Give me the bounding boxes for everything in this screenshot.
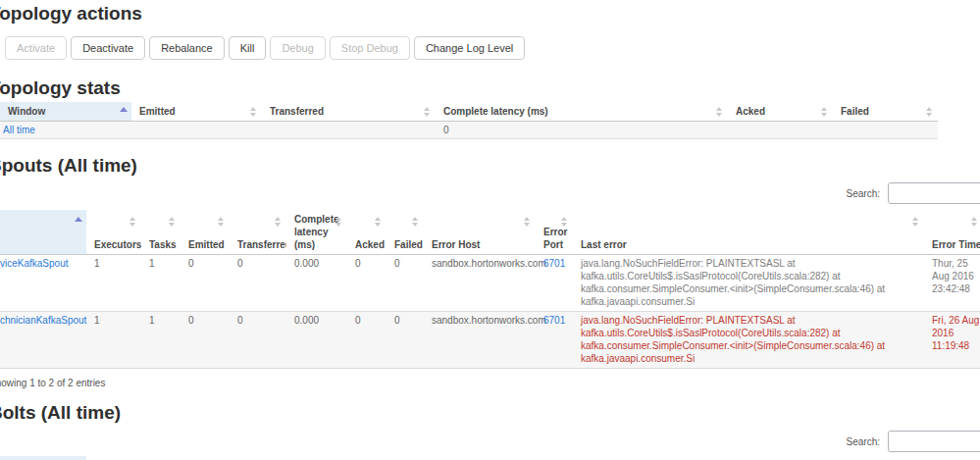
- spout-id-link[interactable]: chnicianKafkaSpout: [0, 315, 86, 326]
- stats-col-acked[interactable]: Acked: [728, 102, 833, 122]
- spouts-col-executors[interactable]: Executors: [86, 210, 141, 255]
- sort-icon: [169, 217, 177, 227]
- complete-latency-cell: 0.000: [286, 312, 347, 369]
- sort-icon: [129, 217, 137, 227]
- transferred-cell: [262, 122, 436, 139]
- bolts-col-emitted[interactable]: Emitted: [181, 456, 230, 460]
- error-host-cell: sandbox.hortonworks.com: [424, 312, 536, 369]
- acked-cell: [728, 122, 833, 139]
- spouts-col-error-host[interactable]: Error Host: [424, 210, 536, 255]
- spouts-col-complete-latency[interactable]: Complete latency (ms): [286, 210, 347, 255]
- stats-col-complete-latency[interactable]: Complete latency (ms): [436, 102, 728, 122]
- bolts-header-row: Id Executors Tasks Emitted Transferred C…: [0, 456, 980, 460]
- tasks-cell: 1: [141, 255, 181, 312]
- acked-cell: 0: [347, 312, 387, 369]
- sort-icon: [716, 107, 724, 117]
- tasks-cell: 1: [141, 312, 181, 369]
- spouts-pagination-info: Showing 1 to 2 of 2 entries: [0, 377, 980, 389]
- change-log-level-button[interactable]: Change Log Level: [414, 36, 525, 60]
- topology-stats-title: Topology stats: [0, 77, 980, 99]
- spout-row: chnicianKafkaSpout 1 1 0 0 0.000 0 0 san…: [0, 312, 980, 369]
- transferred-cell: 0: [230, 255, 286, 312]
- activate-button[interactable]: Activate: [5, 36, 67, 60]
- spout-row: viceKafkaSpout 1 1 0 0 0.000 0 0 sandbox…: [0, 255, 980, 312]
- spouts-search-bar: Search:: [0, 182, 980, 204]
- error-port-link[interactable]: 6701: [543, 315, 565, 326]
- last-error-cell: java.lang.NoSuchFieldError: PLAINTEXTSAS…: [573, 312, 924, 369]
- bolts-col-executors[interactable]: Executors: [86, 456, 141, 460]
- bolts-col-error-host[interactable]: Error Host: [583, 456, 695, 460]
- all-time-link[interactable]: All time: [3, 125, 35, 135]
- debug-button[interactable]: Debug: [270, 36, 325, 60]
- stop-debug-button[interactable]: Stop Debug: [330, 36, 410, 60]
- bolts-col-failed[interactable]: Failed: [545, 456, 583, 460]
- error-time-cell: Thur, 25 Aug 2016 23:42:48: [924, 255, 980, 312]
- stats-col-emitted[interactable]: Emitted: [131, 102, 262, 122]
- complete-latency-cell: 0.000: [286, 255, 347, 312]
- spouts-col-last-error[interactable]: Last error: [573, 210, 924, 255]
- spouts-col-error-time[interactable]: Error Time: [924, 210, 980, 255]
- deactivate-button[interactable]: Deactivate: [71, 36, 145, 60]
- emitted-cell: 0: [181, 312, 230, 369]
- sort-asc-icon: [75, 217, 82, 222]
- bolts-col-transferred[interactable]: Transferred: [230, 456, 286, 460]
- failed-cell: [833, 122, 938, 139]
- acked-cell: 0: [347, 255, 387, 312]
- topology-actions-title: Topology actions: [0, 2, 980, 25]
- spouts-title: Spouts (All time): [0, 154, 980, 177]
- spouts-col-emitted[interactable]: Emitted: [181, 210, 230, 255]
- spout-id-link[interactable]: viceKafkaSpout: [0, 258, 69, 269]
- bolts-col-id[interactable]: Id: [0, 456, 86, 460]
- bolts-col-execute-latency[interactable]: Execute latency (ms): [337, 456, 392, 460]
- transferred-cell: 0: [230, 312, 286, 369]
- storm-topology-page: Topology actions Activate Deactivate Reb…: [0, 0, 980, 460]
- bolts-col-executed[interactable]: Executed: [392, 456, 447, 460]
- stats-row-all-time: All time 0: [0, 122, 938, 139]
- spouts-col-acked[interactable]: Acked: [347, 210, 387, 255]
- complete-latency-cell: 0: [436, 122, 728, 139]
- window-cell: All time: [0, 122, 131, 139]
- executors-cell: 1: [86, 255, 141, 312]
- bolts-col-error-port[interactable]: Error Port: [695, 456, 732, 460]
- spouts-search-input[interactable]: [888, 182, 980, 204]
- failed-cell: 0: [387, 255, 424, 312]
- executors-cell: 1: [86, 312, 141, 369]
- spouts-col-id[interactable]: Id: [0, 210, 86, 255]
- stats-header-row: Window Emitted Transferred Complete late…: [0, 102, 938, 122]
- sort-icon: [218, 217, 226, 227]
- spout-id-cell: chnicianKafkaSpout: [0, 312, 86, 369]
- emitted-cell: [131, 122, 262, 139]
- bolts-col-last-error[interactable]: Last error: [732, 456, 980, 460]
- spouts-header-row: Id Executors Tasks Emitted Transferred C…: [0, 210, 980, 255]
- bolts-title: Bolts (All time): [0, 401, 980, 424]
- sort-icon: [971, 217, 979, 227]
- sort-icon: [412, 217, 420, 227]
- sort-icon: [926, 107, 934, 117]
- bolts-col-capacity[interactable]: Capacity (last 10m): [286, 456, 337, 460]
- sort-icon: [375, 217, 383, 227]
- sort-icon: [335, 217, 343, 227]
- spouts-col-transferred[interactable]: Transferred: [230, 210, 286, 255]
- sort-icon: [561, 217, 569, 227]
- spouts-col-error-port[interactable]: Error Port: [536, 210, 573, 255]
- spouts-col-tasks[interactable]: Tasks: [141, 210, 181, 255]
- sort-icon: [275, 217, 283, 227]
- topology-actions-toolbar: Activate Deactivate Rebalance Kill Debug…: [5, 36, 980, 60]
- bolts-col-tasks[interactable]: Tasks: [141, 456, 181, 460]
- sort-icon: [524, 217, 532, 227]
- bolts-col-acked[interactable]: Acked: [506, 456, 545, 460]
- error-time-cell: Fri, 26 Aug 2016 11:19:48: [924, 312, 980, 369]
- last-error-cell: java.lang.NoSuchFieldError: PLAINTEXTSAS…: [573, 255, 924, 312]
- stats-col-window[interactable]: Window: [0, 102, 131, 122]
- kill-button[interactable]: Kill: [229, 36, 267, 60]
- sort-icon: [250, 107, 258, 117]
- spout-id-cell: viceKafkaSpout: [0, 255, 86, 312]
- emitted-cell: 0: [181, 255, 230, 312]
- stats-col-failed[interactable]: Failed: [833, 102, 938, 122]
- stats-col-transferred[interactable]: Transferred: [262, 102, 436, 122]
- rebalance-button[interactable]: Rebalance: [149, 36, 225, 60]
- error-port-link[interactable]: 6701: [543, 258, 565, 269]
- bolts-col-process-latency[interactable]: Process latency (ms): [447, 456, 506, 460]
- bolts-search-input[interactable]: [888, 431, 980, 452]
- spouts-col-failed[interactable]: Failed: [387, 210, 424, 255]
